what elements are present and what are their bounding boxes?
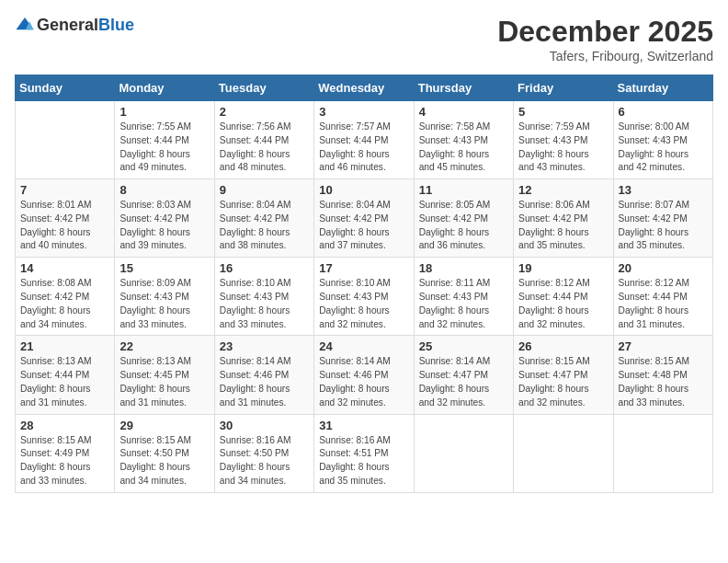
- day-number: 2: [220, 105, 309, 119]
- calendar-cell: [16, 101, 115, 179]
- day-number: 20: [619, 261, 708, 275]
- day-info: Sunrise: 7:59 AMSunset: 4:43 PMDaylight:…: [518, 121, 608, 175]
- calendar-header-saturday: Saturday: [613, 75, 712, 101]
- day-info: Sunrise: 7:56 AMSunset: 4:44 PMDaylight:…: [220, 121, 309, 175]
- calendar-cell: 25Sunrise: 8:14 AMSunset: 4:47 PMDayligh…: [414, 336, 513, 414]
- calendar-cell: 29Sunrise: 8:15 AMSunset: 4:50 PMDayligh…: [115, 414, 214, 492]
- calendar-cell: 4Sunrise: 7:58 AMSunset: 4:43 PMDaylight…: [414, 101, 513, 179]
- logo-icon: [15, 15, 35, 35]
- day-info: Sunrise: 8:15 AMSunset: 4:49 PMDaylight:…: [20, 434, 109, 488]
- calendar-cell: 30Sunrise: 8:16 AMSunset: 4:50 PMDayligh…: [214, 414, 313, 492]
- day-number: 22: [119, 339, 209, 353]
- calendar-header-wednesday: Wednesday: [314, 75, 414, 101]
- calendar-cell: 24Sunrise: 8:14 AMSunset: 4:46 PMDayligh…: [314, 336, 414, 414]
- calendar-cell: 18Sunrise: 8:11 AMSunset: 4:43 PMDayligh…: [414, 258, 513, 336]
- logo-blue: Blue: [98, 16, 134, 34]
- calendar-cell: 28Sunrise: 8:15 AMSunset: 4:49 PMDayligh…: [16, 414, 115, 492]
- day-info: Sunrise: 8:10 AMSunset: 4:43 PMDaylight:…: [220, 277, 309, 331]
- day-info: Sunrise: 8:00 AMSunset: 4:43 PMDaylight:…: [619, 121, 708, 175]
- day-info: Sunrise: 8:16 AMSunset: 4:51 PMDaylight:…: [319, 434, 408, 488]
- calendar-cell: 12Sunrise: 8:06 AMSunset: 4:42 PMDayligh…: [514, 179, 613, 258]
- calendar-cell: 9Sunrise: 8:04 AMSunset: 4:42 PMDaylight…: [214, 179, 313, 258]
- calendar-cell: 21Sunrise: 8:13 AMSunset: 4:44 PMDayligh…: [16, 336, 115, 414]
- calendar-header-sunday: Sunday: [16, 75, 115, 101]
- title-area: December 2025 Tafers, Fribourg, Switzerl…: [497, 15, 713, 63]
- day-number: 6: [619, 105, 708, 119]
- day-number: 8: [119, 183, 209, 197]
- day-number: 9: [220, 183, 309, 197]
- day-info: Sunrise: 8:04 AMSunset: 4:42 PMDaylight:…: [319, 199, 408, 253]
- calendar-cell: 8Sunrise: 8:03 AMSunset: 4:42 PMDaylight…: [115, 179, 214, 258]
- logo-general: General: [37, 16, 98, 34]
- page-header: GeneralBlue December 2025 Tafers, Fribou…: [15, 15, 713, 63]
- calendar-header-tuesday: Tuesday: [214, 75, 313, 101]
- day-info: Sunrise: 8:09 AMSunset: 4:43 PMDaylight:…: [119, 277, 209, 331]
- calendar-cell: 7Sunrise: 8:01 AMSunset: 4:42 PMDaylight…: [16, 179, 115, 258]
- day-number: 21: [20, 339, 109, 353]
- day-info: Sunrise: 8:05 AMSunset: 4:42 PMDaylight:…: [419, 199, 508, 253]
- day-number: 5: [518, 105, 608, 119]
- day-info: Sunrise: 8:07 AMSunset: 4:42 PMDaylight:…: [619, 199, 708, 253]
- day-number: 10: [319, 183, 408, 197]
- day-info: Sunrise: 8:08 AMSunset: 4:42 PMDaylight:…: [20, 277, 109, 331]
- day-info: Sunrise: 8:15 AMSunset: 4:47 PMDaylight:…: [518, 355, 608, 409]
- day-info: Sunrise: 7:58 AMSunset: 4:43 PMDaylight:…: [419, 121, 508, 175]
- day-info: Sunrise: 8:04 AMSunset: 4:42 PMDaylight:…: [220, 199, 309, 253]
- calendar-cell: 10Sunrise: 8:04 AMSunset: 4:42 PMDayligh…: [314, 179, 414, 258]
- calendar-cell: 17Sunrise: 8:10 AMSunset: 4:43 PMDayligh…: [314, 258, 414, 336]
- day-info: Sunrise: 8:13 AMSunset: 4:45 PMDaylight:…: [119, 355, 209, 409]
- month-title: December 2025: [497, 15, 713, 49]
- day-number: 11: [419, 183, 508, 197]
- day-number: 7: [20, 183, 109, 197]
- calendar-cell: 5Sunrise: 7:59 AMSunset: 4:43 PMDaylight…: [514, 101, 613, 179]
- calendar-cell: [613, 414, 712, 492]
- day-info: Sunrise: 7:55 AMSunset: 4:44 PMDaylight:…: [119, 121, 209, 175]
- day-number: 23: [220, 339, 309, 353]
- day-info: Sunrise: 8:03 AMSunset: 4:42 PMDaylight:…: [119, 199, 209, 253]
- day-info: Sunrise: 8:12 AMSunset: 4:44 PMDaylight:…: [518, 277, 608, 331]
- calendar-table: SundayMondayTuesdayWednesdayThursdayFrid…: [15, 75, 713, 493]
- day-info: Sunrise: 8:10 AMSunset: 4:43 PMDaylight:…: [319, 277, 408, 331]
- day-info: Sunrise: 8:15 AMSunset: 4:48 PMDaylight:…: [619, 355, 708, 409]
- calendar-cell: 22Sunrise: 8:13 AMSunset: 4:45 PMDayligh…: [115, 336, 214, 414]
- calendar-cell: 31Sunrise: 8:16 AMSunset: 4:51 PMDayligh…: [314, 414, 414, 492]
- day-info: Sunrise: 8:13 AMSunset: 4:44 PMDaylight:…: [20, 355, 109, 409]
- calendar-cell: 23Sunrise: 8:14 AMSunset: 4:46 PMDayligh…: [214, 336, 313, 414]
- day-info: Sunrise: 8:12 AMSunset: 4:44 PMDaylight:…: [619, 277, 708, 331]
- day-number: 14: [20, 261, 109, 275]
- day-info: Sunrise: 8:14 AMSunset: 4:46 PMDaylight:…: [319, 355, 408, 409]
- day-number: 19: [518, 261, 608, 275]
- day-info: Sunrise: 8:15 AMSunset: 4:50 PMDaylight:…: [119, 434, 209, 488]
- calendar-cell: 16Sunrise: 8:10 AMSunset: 4:43 PMDayligh…: [214, 258, 313, 336]
- day-info: Sunrise: 7:57 AMSunset: 4:44 PMDaylight:…: [319, 121, 408, 175]
- day-info: Sunrise: 8:11 AMSunset: 4:43 PMDaylight:…: [419, 277, 508, 331]
- day-number: 26: [518, 339, 608, 353]
- day-number: 15: [119, 261, 209, 275]
- day-number: 28: [20, 419, 109, 432]
- day-number: 17: [319, 261, 408, 275]
- day-info: Sunrise: 8:16 AMSunset: 4:50 PMDaylight:…: [220, 434, 309, 488]
- day-info: Sunrise: 8:14 AMSunset: 4:46 PMDaylight:…: [220, 355, 309, 409]
- calendar-cell: 27Sunrise: 8:15 AMSunset: 4:48 PMDayligh…: [613, 336, 712, 414]
- calendar-cell: [514, 414, 613, 492]
- calendar-cell: 1Sunrise: 7:55 AMSunset: 4:44 PMDaylight…: [115, 101, 214, 179]
- day-info: Sunrise: 8:06 AMSunset: 4:42 PMDaylight:…: [518, 199, 608, 253]
- day-number: 18: [419, 261, 508, 275]
- day-number: 1: [119, 105, 209, 119]
- location-subtitle: Tafers, Fribourg, Switzerland: [497, 49, 713, 63]
- calendar-cell: 3Sunrise: 7:57 AMSunset: 4:44 PMDaylight…: [314, 101, 414, 179]
- day-number: 4: [419, 105, 508, 119]
- day-number: 29: [119, 419, 209, 432]
- calendar-cell: 13Sunrise: 8:07 AMSunset: 4:42 PMDayligh…: [613, 179, 712, 258]
- day-number: 25: [419, 339, 508, 353]
- day-number: 12: [518, 183, 608, 197]
- day-number: 30: [220, 419, 309, 432]
- day-number: 31: [319, 419, 408, 432]
- logo: GeneralBlue: [15, 15, 134, 35]
- day-info: Sunrise: 8:14 AMSunset: 4:47 PMDaylight:…: [419, 355, 508, 409]
- day-number: 27: [619, 339, 708, 353]
- day-number: 3: [319, 105, 408, 119]
- calendar-cell: 6Sunrise: 8:00 AMSunset: 4:43 PMDaylight…: [613, 101, 712, 179]
- calendar-header-thursday: Thursday: [414, 75, 513, 101]
- calendar-cell: 11Sunrise: 8:05 AMSunset: 4:42 PMDayligh…: [414, 179, 513, 258]
